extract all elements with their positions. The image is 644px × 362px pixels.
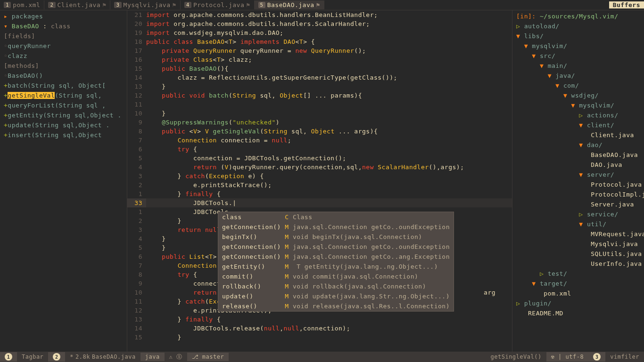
code-line[interactable]: 13 } finally { [127,315,512,324]
code-line[interactable]: 21import org.apache.commons.dbutils.hand… [127,10,512,19]
tagbar-methods-label: [methods] [0,61,127,71]
tagbar-class[interactable]: ▾ BaseDAO : class [0,21,127,31]
sl-filetype: java [140,353,165,361]
tree-file[interactable]: README.MD [514,308,642,318]
tab-bar: 1pom.xml 2Client.java ⚑ 3Mysqlvi.java ⚑ … [0,0,644,10]
tagbar-fields-label: [fields] [0,31,127,41]
tree-file[interactable]: ProtocolImpl.java [514,189,642,199]
tagbar-method[interactable]: +update(String sql,Object . [0,120,127,130]
editor-pane[interactable]: 21import org.apache.commons.dbutils.hand… [127,10,512,352]
tab-protocol[interactable]: 4Protocol.java ⚑ [181,0,255,9]
code-line[interactable]: 5 connection = JDBCTools.getConnection()… [127,154,512,163]
tree-file[interactable]: SQLUtils.java [514,249,642,259]
tagbar-panel: ▸ packages ▾ BaseDAO : class [fields] ◦q… [0,10,127,352]
tree-dir[interactable]: ▼ com/ [514,81,642,90]
tree-dir[interactable]: ▼ mysqlvim/ [514,100,642,110]
tree-file[interactable]: DAO.java [514,160,642,170]
tree-file[interactable]: Client.java [514,130,642,140]
code-line[interactable]: 15 public BaseDAO(){ [127,64,512,73]
code-line[interactable]: 15 } [127,333,512,342]
completion-item[interactable]: getConnection() M java.sql.Connection ge… [218,242,454,252]
tree-dir[interactable]: ▷ actions/ [514,110,642,120]
tree-dir[interactable]: ▼ mysqlvim/ [514,41,642,51]
tagbar-method[interactable]: +batch(String sql, Object[ [0,81,127,90]
tree-dir[interactable]: ▼ server/ [514,170,642,180]
completion-item[interactable]: getConnection() M java.sql.Connection ge… [218,252,454,262]
tagbar-packages[interactable]: ▸ packages [0,11,127,21]
tree-file[interactable]: BaseDAO.java [514,150,642,160]
tree-dir[interactable]: ▼ util/ [514,219,642,229]
code-line[interactable]: 13 } [127,82,512,91]
tree-dir[interactable]: ▷ service/ [514,209,642,219]
code-line[interactable]: 4 return (V)queryRunner.query(connection… [127,163,512,172]
tree-dir[interactable]: ▷ autoload/ [514,21,642,31]
tree-file[interactable]: MVRequest.java [514,229,642,239]
tagbar-field[interactable]: ◦clazz [0,51,127,61]
statusline: 1 Tagbar 2 * 2.8k BaseDAO.java java ⚠ ⓢ … [0,352,644,362]
tab-basedao[interactable]: 5BaseDAO.java ⚑ [255,0,324,9]
tree-file[interactable]: pom.xml [514,288,642,298]
completion-item[interactable]: getEntity() M T getEntity(java.lang..ng.… [218,262,454,272]
sl-bufnum-right: 3 [588,352,605,362]
completion-popup[interactable]: class C ClassgetConnection() M java.sql.… [218,212,454,312]
completion-item[interactable]: getConnection() M java.sql.Connection ge… [218,222,454,232]
tree-header: [in]: ~/sources/Mysql.vim/ [514,11,642,21]
tree-file[interactable]: Server.java [514,199,642,209]
tagbar-method[interactable]: +insert(String sql,Object [0,130,127,140]
file-tree-panel: [in]: ~/sources/Mysql.vim/ ▷ autoload/▼ … [512,10,644,352]
code-line[interactable]: 17 private QueryRunner queryRunner = new… [127,46,512,55]
sl-syntax: ⚠ ⓢ [165,352,187,362]
code-line[interactable]: 1 } finally { [127,189,512,198]
tree-dir[interactable]: ▼ src/ [514,51,642,61]
tree-file[interactable]: Protocol.java [514,180,642,189]
code-line[interactable]: 2 e.printStackTrace(); [127,181,512,189]
tree-dir[interactable]: ▼ client/ [514,120,642,130]
sl-vimfiler: vimfiler [605,352,644,362]
code-line[interactable]: 33 JDBCTools.| [127,198,512,207]
tree-dir[interactable]: ▼ libs/ [514,31,642,41]
tree-dir[interactable]: ▼ target/ [514,279,642,288]
code-line[interactable]: 6 try { [127,145,512,154]
code-line[interactable]: 20import org.apache.commons.dbutils.hand… [127,19,512,28]
tree-dir[interactable]: ▷ test/ [514,269,642,279]
tagbar-method[interactable]: +getEntity(String sql,Object . [0,110,127,120]
code-line[interactable]: 19import com.wsdjeg.mysqlvim.dao.DAO; [127,28,512,37]
code-line[interactable]: 14 clazz = ReflectionUtils.getSuperGener… [127,73,512,82]
tagbar-method[interactable]: ◦BaseDAO() [0,71,127,81]
sl-tagbar: Tagbar [17,353,48,361]
tab-pom[interactable]: 1pom.xml [0,0,44,9]
code-line[interactable]: 3 } catch(Exception e) { [127,172,512,181]
tree-dir[interactable]: ▼ dao/ [514,140,642,150]
tree-dir[interactable]: ▷ plugin/ [514,298,642,308]
code-line[interactable]: 12 public void batch(String sql, Object[… [127,91,512,100]
tree-dir[interactable]: ▼ wsdjeg/ [514,90,642,100]
code-line[interactable]: 16 private Class<T> clazz; [127,55,512,64]
code-line[interactable]: 9 @SuppressWarnings("unchecked") [127,118,512,127]
tagbar-method[interactable]: +queryForList(String sql , [0,100,127,110]
code-line[interactable]: 14 JDBCTools.release(null,null,connectio… [127,324,512,333]
sl-bufnum: 2 [48,352,65,362]
sl-file: * 2.8k BaseDAO.java [65,353,140,361]
tagbar-field[interactable]: ◦queryRunner [0,41,127,51]
tab-mysqlvi[interactable]: 3Mysqlvi.java ⚑ [110,0,180,9]
completion-item[interactable]: class C Class [218,212,454,222]
code-line[interactable]: 8 public <V> V getSingleVal(String sql, … [127,127,512,136]
tab-client[interactable]: 2Client.java ⚑ [44,0,110,9]
completion-item[interactable]: beginTx() M void beginTx(java.sql.Connec… [218,232,454,242]
tree-dir[interactable]: ▼ java/ [514,71,642,81]
completion-item[interactable]: commit() M void commit(java.sql.Connecti… [218,272,454,281]
buffers-label: Buffers [609,1,644,8]
sl-encoding: ☢ | utf-8 [546,352,589,362]
code-line[interactable]: 18public class BaseDAO<T> implements DAO… [127,37,512,46]
tree-file[interactable]: Mysqlvi.java [514,239,642,249]
tree-file[interactable]: UserInfo.java [514,259,642,269]
completion-item[interactable]: release() M void release(java.sql.Res..l… [218,301,454,311]
completion-item[interactable]: update() M void update(java.lang.Str..ng… [218,291,454,301]
completion-item[interactable]: rollback() M void rollback(java.sql.Conn… [218,281,454,291]
code-line[interactable]: 10 } [127,109,512,118]
code-line[interactable]: 11 [127,100,512,109]
sl-branch: ⎇ master [187,353,229,361]
tree-dir[interactable]: ▼ main/ [514,61,642,71]
code-line[interactable]: 7 Connection connection = null; [127,136,512,145]
tagbar-method-current[interactable]: +getSingleVal(String sql, [0,90,127,100]
